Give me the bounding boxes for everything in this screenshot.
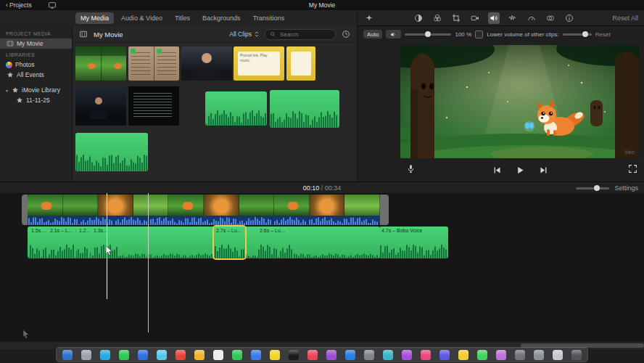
tab-titles[interactable]: Titles bbox=[170, 12, 195, 24]
dock-app-icon[interactable] bbox=[138, 350, 148, 360]
dock-app-icon[interactable] bbox=[477, 350, 487, 360]
dock-app-icon[interactable] bbox=[534, 350, 544, 360]
search-box[interactable] bbox=[265, 29, 336, 40]
dock-app-icon[interactable] bbox=[81, 350, 91, 360]
clip-view-icon[interactable] bbox=[78, 28, 89, 40]
play-icon[interactable] bbox=[514, 164, 526, 176]
tab-backgrounds[interactable]: Backgrounds bbox=[197, 12, 246, 24]
dock-app-icon[interactable] bbox=[213, 350, 223, 360]
thumbnail-frame bbox=[75, 86, 126, 126]
dock-app-icon[interactable] bbox=[62, 350, 73, 360]
dock-app-icon[interactable] bbox=[364, 350, 374, 360]
trim-handle-right[interactable] bbox=[380, 195, 389, 225]
auto-enhance-icon[interactable] bbox=[363, 12, 375, 24]
reset-button[interactable]: Reset bbox=[595, 31, 611, 38]
media-clip-slide[interactable] bbox=[286, 46, 315, 81]
media-clip-person-dark[interactable] bbox=[75, 86, 126, 126]
dock-app-icon[interactable] bbox=[439, 350, 450, 360]
dock-app-icon[interactable] bbox=[307, 350, 318, 360]
effects-icon[interactable] bbox=[545, 12, 556, 24]
media-clip-audio[interactable] bbox=[205, 91, 267, 126]
back-to-projects-button[interactable]: ‹ Projects bbox=[6, 1, 32, 9]
info-icon[interactable] bbox=[564, 12, 575, 24]
volume-icon[interactable] bbox=[488, 12, 500, 24]
reset-all-button[interactable]: Reset All bbox=[612, 15, 638, 22]
dock-app-icon[interactable] bbox=[383, 350, 393, 360]
media-clip-audio[interactable] bbox=[270, 90, 339, 128]
all-clips-filter[interactable]: All Clips bbox=[229, 30, 260, 38]
disclosure-triangle-icon[interactable]: ▾ bbox=[6, 88, 8, 93]
timeline-audio-clip[interactable]: 1.2… bbox=[77, 227, 90, 258]
dock-app-icon[interactable] bbox=[553, 350, 563, 360]
clip-volume-slider[interactable] bbox=[405, 33, 451, 36]
trim-handle-left[interactable] bbox=[22, 195, 28, 225]
sidebar-item-my-movie[interactable]: My Movie bbox=[0, 38, 72, 49]
color-correction-icon[interactable] bbox=[432, 12, 443, 24]
timeline-audio-clip[interactable]: 2.6s – Lu… bbox=[257, 227, 294, 258]
crop-icon[interactable] bbox=[450, 12, 462, 24]
sidebar-item-imovie-library[interactable]: ▾iMovie Library bbox=[0, 85, 72, 95]
dock-app-icon[interactable] bbox=[157, 350, 167, 360]
noise-reduction-icon[interactable] bbox=[507, 12, 519, 24]
video-filmstrip bbox=[28, 195, 380, 216]
dock-app-icon[interactable] bbox=[402, 350, 412, 360]
skimmer[interactable] bbox=[148, 193, 149, 333]
dock-app-icon[interactable] bbox=[100, 350, 110, 360]
dock-app-icon[interactable] bbox=[232, 350, 242, 360]
auto-volume-button[interactable]: Auto bbox=[363, 30, 382, 38]
lower-volume-checkbox[interactable] bbox=[475, 30, 483, 38]
sidebar-item-11-11-25[interactable]: 11-11-25 bbox=[0, 95, 72, 105]
media-clip-document[interactable] bbox=[128, 46, 179, 81]
timeline-audio-clip[interactable]: 2.7s – Lu… bbox=[214, 227, 245, 258]
display-icon[interactable] bbox=[46, 0, 58, 11]
search-input[interactable] bbox=[278, 30, 331, 38]
media-clip-person[interactable] bbox=[181, 46, 232, 81]
speed-icon[interactable] bbox=[526, 12, 537, 24]
color-balance-icon[interactable] bbox=[413, 12, 424, 24]
ducking-slider[interactable] bbox=[563, 33, 592, 36]
thumbnail-frame bbox=[128, 46, 154, 81]
dock-app-icon[interactable] bbox=[421, 350, 431, 360]
stabilization-icon[interactable] bbox=[469, 12, 481, 24]
step-back-icon[interactable] bbox=[491, 164, 503, 176]
dock-app-icon[interactable] bbox=[176, 350, 186, 360]
clock-icon[interactable] bbox=[340, 28, 352, 40]
dock-app-icon[interactable] bbox=[270, 350, 280, 360]
media-clip-terminal[interactable] bbox=[128, 86, 179, 126]
media-clip-audio[interactable] bbox=[75, 133, 148, 171]
sidebar-heading: LIBRARIES bbox=[0, 49, 72, 60]
timeline-audio-clip[interactable]: 4.7s – Bobo Voice bbox=[379, 227, 448, 258]
media-grid: Prompt link. Play music. bbox=[73, 43, 357, 182]
fullscreen-icon[interactable] bbox=[627, 163, 638, 175]
sidebar-item-all-events[interactable]: All Events bbox=[0, 70, 72, 80]
tab-audio-video[interactable]: Audio & Video bbox=[116, 12, 168, 24]
dock-app-icon[interactable] bbox=[515, 350, 525, 360]
media-clip-slide[interactable]: Prompt link. Play music. bbox=[234, 46, 284, 81]
adjust-left-slot bbox=[363, 12, 375, 24]
sidebar-item-label: Photos bbox=[15, 61, 34, 68]
dock-app-icon[interactable] bbox=[458, 350, 468, 360]
voiceover-mic-icon[interactable] bbox=[405, 163, 416, 175]
tab-transitions[interactable]: Transitions bbox=[248, 12, 290, 24]
timeline-audio-clip[interactable]: 2.1s – L… bbox=[48, 227, 75, 258]
dock-app-icon[interactable] bbox=[119, 350, 129, 360]
sidebar-item-photos[interactable]: Photos bbox=[0, 60, 72, 70]
timeline-audio-clip[interactable]: 1.5s… bbox=[29, 227, 47, 258]
settings-button[interactable]: Settings bbox=[614, 184, 638, 192]
tab-my-media[interactable]: My Media bbox=[75, 12, 114, 24]
dock-app-icon[interactable] bbox=[194, 350, 205, 360]
step-forward-icon[interactable] bbox=[537, 164, 549, 176]
timeline-video-clip[interactable] bbox=[28, 195, 380, 225]
dock-app-icon[interactable] bbox=[571, 350, 582, 360]
clip-label: 4.7s – Bobo Voice bbox=[379, 227, 448, 233]
media-clip-cartoon[interactable] bbox=[75, 46, 126, 81]
filmstrip-frame bbox=[168, 195, 204, 216]
dock-app-icon[interactable] bbox=[289, 350, 299, 360]
dock-app-icon[interactable] bbox=[251, 350, 261, 360]
dock-app-icon[interactable] bbox=[326, 350, 337, 360]
thumbnail-frame bbox=[181, 46, 232, 81]
timeline-zoom-slider[interactable] bbox=[576, 187, 609, 189]
dock-app-icon[interactable] bbox=[345, 350, 355, 360]
dock-app-icon[interactable] bbox=[496, 350, 506, 360]
speaker-button[interactable] bbox=[386, 30, 401, 38]
